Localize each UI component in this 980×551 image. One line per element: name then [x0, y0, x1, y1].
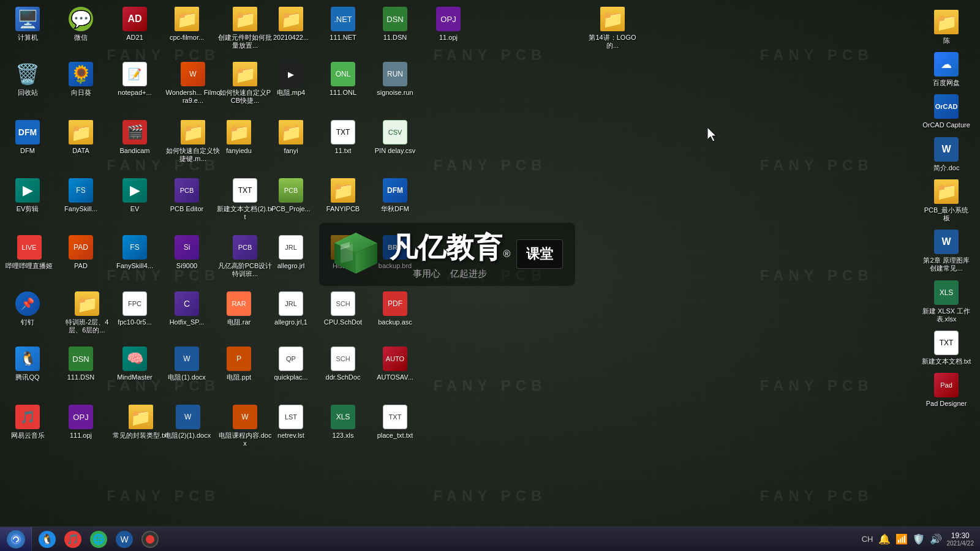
- fanys-icon: FS: [69, 178, 93, 203]
- icon-di14jiang[interactable]: 📁 第14讲：LOGO的...: [582, 3, 643, 53]
- right-icon-paddesigner[interactable]: Pad Pad Designer: [919, 369, 974, 411]
- icon-training-2[interactable]: 📁 特训班-2层、4层、6层的...: [56, 288, 118, 338]
- icon-label: 111.NET: [330, 34, 356, 42]
- icon-label: quickplac...: [274, 373, 307, 381]
- icon-dianzu-ppt[interactable]: P 电阻.ppt: [214, 343, 263, 385]
- right-icon-orcad[interactable]: OrCAD OrCAD Capture: [919, 91, 974, 133]
- icon-pcb-prj[interactable]: PCB PCB_Proje...: [266, 174, 315, 217]
- icon-fanyipcb[interactable]: 📁 FANYIPCB: [318, 174, 368, 217]
- icon-ddr-schdoc[interactable]: SCH ddr.SchDoc: [318, 343, 368, 385]
- icon-quickplace[interactable]: QP quickplac...: [266, 343, 315, 385]
- tray-notification-icon[interactable]: 🔔: [878, 533, 891, 545]
- xls-icon: XLS: [331, 405, 355, 429]
- icon-11txt[interactable]: TXT 11.txt: [318, 116, 368, 159]
- icon-dianzu-mp4[interactable]: ▶ 电阻.mp4: [266, 58, 315, 100]
- right-icon-txt[interactable]: TXT 新建文本文档.txt: [919, 327, 974, 369]
- taskbar-app-word[interactable]: W: [112, 528, 137, 550]
- tray-volume-icon[interactable]: 🔊: [930, 533, 942, 545]
- right-icon-baidupan[interactable]: ☁ 百度网盘: [919, 48, 974, 91]
- right-icon-xlsx[interactable]: XLS 新建 XLSX 工作表.xlsx: [919, 277, 974, 327]
- right-icon-jianjiee[interactable]: W 简介.doc: [919, 133, 974, 176]
- icon-si9000[interactable]: Si Si9000: [162, 231, 211, 274]
- icon-signoise[interactable]: RUN signoise.run: [371, 58, 420, 100]
- icon-111onl[interactable]: ONL 111.ONL: [318, 58, 368, 100]
- brand-cube-icon: [331, 230, 380, 279]
- icon-111net[interactable]: .NET 111.NET: [318, 3, 368, 45]
- icon-label: AUTOSAV...: [377, 373, 413, 381]
- brand-logo: 凡亿教育 ® 事用心 亿起进步 课堂: [300, 220, 594, 288]
- taskbar-app-browser[interactable]: 🌐: [86, 528, 111, 550]
- opj-icon: OPJ: [436, 7, 461, 31]
- icon-cpc-filmor[interactable]: 📁 cpc-filmor...: [162, 3, 211, 45]
- right-icon-pcbmin[interactable]: 📁 PCB_最小系统板: [919, 176, 974, 226]
- icon-fanyi[interactable]: 📁 fanyi: [266, 116, 315, 159]
- icon-place-txt[interactable]: TXT place_txt.txt: [371, 401, 420, 443]
- hotfix-icon: C: [175, 291, 199, 316]
- icon-wechat[interactable]: 💬 微信: [56, 3, 105, 45]
- icon-wymusic[interactable]: 🎵 网易云音乐: [3, 401, 52, 443]
- quickplace-icon: QP: [279, 347, 303, 371]
- folder-icon: 📁: [279, 7, 303, 31]
- icon-dfm[interactable]: DFM DFM: [3, 116, 52, 159]
- taskbar-app-music[interactable]: 🎵: [61, 528, 85, 550]
- icon-autosav[interactable]: AUTO AUTOSAV...: [371, 343, 420, 385]
- icon-xiangriju[interactable]: 🌻 向日葵: [56, 58, 105, 100]
- icon-fpc10[interactable]: FPC fpc10-0r5...: [110, 288, 159, 330]
- icon-11opj[interactable]: OPJ 11.opj: [424, 3, 473, 45]
- recycle-icon: 🗑️: [15, 62, 40, 86]
- icon-fanyskill[interactable]: FS FanySkill...: [56, 174, 105, 217]
- icon-pad[interactable]: PAD PAD: [56, 231, 105, 274]
- icon-123xls[interactable]: XLS 123.xls: [318, 401, 368, 443]
- icon-label: 常见的封装类型.txt: [113, 432, 169, 440]
- folder-icon: 📁: [600, 7, 625, 31]
- icon-ev[interactable]: ▶ EV: [110, 174, 159, 217]
- icon-notepad[interactable]: 📝 notepad+...: [110, 58, 159, 100]
- icon-bandicam[interactable]: 🎬 Bandicam: [110, 116, 159, 159]
- taskbar-app-record[interactable]: [138, 528, 162, 550]
- icon-label: 百度网盘: [933, 79, 960, 87]
- right-icon-di2zhang[interactable]: W 第2章 原理图库创建常见...: [919, 226, 974, 276]
- icon-label: allegro.jrl,1: [274, 318, 307, 326]
- taskbar-app-qq[interactable]: 🐧: [35, 528, 59, 550]
- icon-pin-delay[interactable]: CSV PIN delay.csv: [371, 116, 420, 159]
- tray-language-icon[interactable]: CH: [862, 534, 873, 544]
- icon-ev-jianji[interactable]: ▶ EV剪辑: [3, 174, 52, 217]
- icon-qq[interactable]: 🐧 腾讯QQ: [3, 343, 52, 385]
- start-button[interactable]: [0, 527, 32, 552]
- icon-label: 电阻.rar: [227, 318, 251, 326]
- icon-mindmaster[interactable]: 🧠 MindMaster: [110, 343, 159, 385]
- icon-ad21[interactable]: AD AD21: [110, 3, 159, 45]
- icon-cpu-schdot[interactable]: SCH CPU.SchDot: [318, 288, 368, 330]
- icon-data[interactable]: 📁 DATA: [56, 116, 105, 159]
- icon-111dsn[interactable]: DSN 111.DSN: [56, 343, 105, 385]
- icon-live[interactable]: LIVE 哔哩哔哩直播姬: [3, 231, 55, 274]
- icon-dingding[interactable]: 📌 钉钉: [3, 288, 52, 330]
- brand-name-text: 凡亿教育: [390, 229, 502, 267]
- brand-right-label: 课堂: [526, 246, 553, 261]
- icon-fanyiedu[interactable]: 📁 fanyiedu: [214, 116, 263, 159]
- tray-security-icon[interactable]: 🛡️: [913, 533, 925, 545]
- icon-huaqiu-dfm[interactable]: DFM 华秋DFM: [371, 174, 420, 217]
- icon-recycle[interactable]: 🗑️ 回收站: [3, 58, 52, 100]
- txt-icon2: TXT: [233, 178, 257, 203]
- icon-dianzu-2-1[interactable]: W 电阻(2)(1).docx: [162, 401, 213, 443]
- icon-pcb-editor[interactable]: PCB PCB Editor: [162, 174, 211, 217]
- icon-dianzu-1docx[interactable]: W 电阻(1).docx: [162, 343, 211, 385]
- right-icon-chen[interactable]: 📁 陈: [919, 6, 974, 48]
- icon-hotfix[interactable]: C Hotfix_SP...: [162, 288, 211, 330]
- icon-11dsn[interactable]: DSN 11.DSN: [371, 3, 420, 45]
- brand-name-row: 凡亿教育 ®: [390, 229, 511, 267]
- icon-dianzu-rar[interactable]: RAR 电阻.rar: [214, 288, 263, 330]
- brand-logo-inner: 凡亿教育 ® 事用心 亿起进步 课堂: [319, 223, 576, 286]
- icon-netrev[interactable]: LST netrev.lst: [266, 401, 315, 443]
- icon-111opj[interactable]: OPJ 111.opj: [56, 401, 105, 443]
- tray-date-display: 2021/4/22: [947, 540, 974, 547]
- icon-20210422[interactable]: 📁 20210422...: [266, 3, 315, 45]
- icon-fanyskill4[interactable]: FS FanySkill4...: [110, 231, 159, 274]
- icon-backup-asc[interactable]: PDF backup.asc: [371, 288, 420, 330]
- tray-clock[interactable]: 19:30 2021/4/22: [947, 531, 974, 547]
- tray-network-icon[interactable]: 📶: [895, 533, 908, 545]
- icon-computer[interactable]: 🖥️ 计算机: [3, 3, 52, 45]
- pcb-gaoj-icon: PCB: [233, 235, 257, 260]
- icon-allegro-jrl1[interactable]: JRL allegro.jrl,1: [266, 288, 315, 330]
